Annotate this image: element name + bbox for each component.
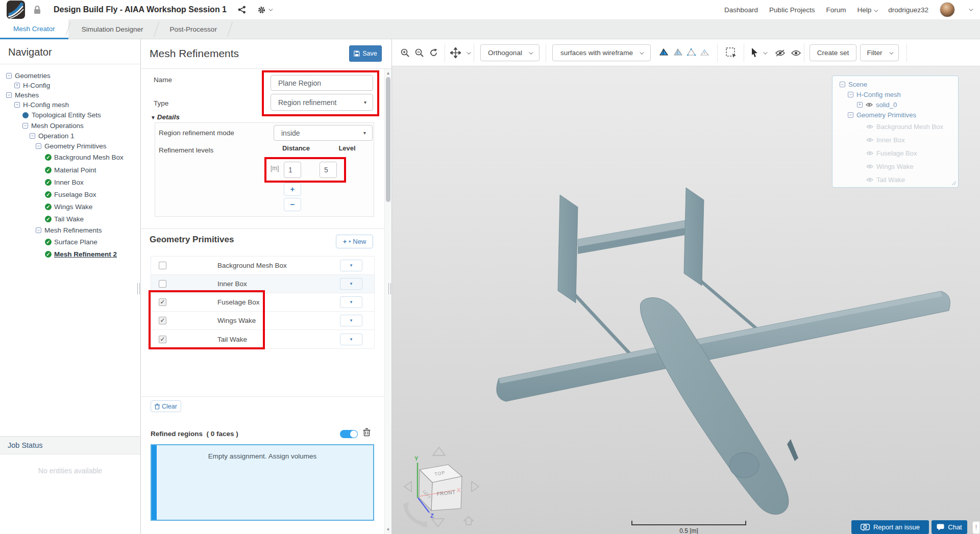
select-cursor-icon[interactable]	[751, 47, 758, 58]
tree-item-operation-1[interactable]: −Operation 1	[0, 131, 140, 141]
visibility-eye-icon[interactable]	[866, 138, 873, 142]
chevron-down-icon[interactable]	[969, 7, 973, 11]
cube-rotate-left-arrow[interactable]	[404, 481, 411, 492]
collapse-icon[interactable]: −	[840, 82, 845, 87]
tree-item-meshes[interactable]: −Meshes	[0, 90, 140, 100]
panel-resize-handle[interactable]	[388, 283, 391, 294]
zoom-out-icon[interactable]	[414, 48, 424, 58]
report-issue-button[interactable]: Report an issue	[851, 520, 929, 534]
nav-dashboard[interactable]: Dashboard	[724, 6, 758, 14]
aircraft-model[interactable]	[497, 188, 950, 515]
tab-post-processor[interactable]: Post-Processor	[157, 19, 230, 39]
avatar[interactable]	[940, 2, 955, 17]
row-dropdown[interactable]: ▾	[340, 315, 362, 326]
cube-rotate-up-arrow[interactable]	[433, 447, 445, 455]
save-button[interactable]: Save	[349, 45, 382, 62]
filter-dropdown[interactable]: Filter	[860, 44, 899, 61]
panel-resize-handle[interactable]	[137, 283, 140, 294]
cube-rotate-right-arrow[interactable]	[472, 481, 479, 492]
expand-icon[interactable]: +	[857, 102, 863, 108]
nav-help[interactable]: Help	[857, 6, 877, 14]
home-view-icon[interactable]	[464, 517, 473, 525]
nav-public-projects[interactable]: Public Projects	[769, 6, 815, 14]
collapse-icon[interactable]: −	[22, 123, 28, 129]
collapse-icon[interactable]: −	[848, 92, 853, 97]
chat-button[interactable]: Chat	[932, 520, 967, 534]
tree-item-h-config[interactable]: +H-Config	[0, 81, 140, 90]
visibility-eye-icon[interactable]	[866, 177, 873, 182]
clear-button[interactable]: Clear	[151, 400, 181, 412]
projection-dropdown[interactable]: Orthogonal	[480, 44, 540, 61]
reset-view-icon[interactable]	[429, 48, 438, 58]
navigation-cube[interactable]: X Y Z TOP LEFT FRONT	[398, 438, 485, 530]
create-set-button[interactable]: Create set	[810, 44, 856, 61]
scene-item-wings-wake[interactable]: Wings Wake	[832, 160, 958, 173]
row-dropdown[interactable]: ▾	[340, 296, 362, 308]
remove-level-button[interactable]: −	[284, 198, 301, 211]
collapse-icon[interactable]: −	[30, 133, 35, 139]
tree-item-h-config-mesh[interactable]: −H-Config mesh	[0, 100, 140, 110]
panel-scrollbar[interactable]: ▲ ▼	[384, 69, 391, 534]
tree-item-geometries[interactable]: −Geometries	[0, 71, 140, 81]
visibility-eye-icon[interactable]	[866, 164, 873, 169]
assignment-dropzone[interactable]: Empty assignment. Assign volumes	[151, 444, 374, 521]
region-mode-dropdown[interactable]: inside ▾	[274, 125, 373, 141]
new-primitive-button[interactable]: + ▾ New	[336, 235, 373, 248]
primitive-row-fuselage-box[interactable]: ✓ Fuselage Box ▾	[151, 293, 374, 312]
tree-item-material-point[interactable]: ✓Material Point	[0, 164, 140, 176]
tree-item-inner-box[interactable]: ✓Inner Box	[0, 176, 140, 188]
collapse-icon[interactable]: −	[6, 73, 12, 79]
tree-item-wings-wake[interactable]: ✓Wings Wake	[0, 200, 140, 213]
row-dropdown[interactable]: ▾	[340, 334, 362, 345]
box-select-icon[interactable]	[726, 47, 737, 59]
primitive-row-tail-wake[interactable]: ✓ Tail Wake ▾	[151, 330, 374, 348]
tree-item-fuselage-box[interactable]: ✓Fuselage Box	[0, 188, 140, 200]
tab-simulation-designer[interactable]: Simulation Designer	[68, 19, 157, 39]
expand-icon[interactable]: +	[14, 83, 20, 88]
scroll-up-icon[interactable]: ▲	[385, 71, 391, 75]
tree-item-geometry-primitives[interactable]: −Geometry Primitives	[0, 141, 140, 151]
checkbox-checked[interactable]: ✓	[159, 298, 166, 306]
collapse-icon[interactable]: −	[36, 143, 41, 149]
visibility-eye-icon[interactable]	[866, 151, 873, 156]
mesh-quality-points-icon[interactable]	[700, 48, 709, 57]
mesh-quality-surface-icon[interactable]	[674, 48, 683, 57]
tree-item-background-mesh-box[interactable]: ✓Background Mesh Box	[0, 151, 140, 164]
scene-item-background-mesh-box[interactable]: Background Mesh Box	[832, 120, 958, 133]
primitive-row-inner-box[interactable]: Inner Box ▾	[151, 275, 374, 293]
distance-input[interactable]	[284, 162, 301, 178]
cube-rotate-down-arrow[interactable]	[432, 519, 444, 527]
checkbox-unchecked[interactable]	[159, 280, 166, 288]
chevron-down-icon[interactable]	[763, 50, 767, 54]
scroll-down-icon[interactable]: ▼	[385, 527, 391, 532]
name-input[interactable]	[271, 75, 373, 91]
checkbox-unchecked[interactable]	[159, 262, 166, 269]
tree-item-mesh-operations[interactable]: −Mesh Operations	[0, 120, 140, 131]
mesh-quality-wireframe-icon[interactable]	[687, 48, 696, 57]
render-mode-dropdown[interactable]: surfaces with wireframe	[552, 44, 651, 61]
checkbox-checked[interactable]: ✓	[159, 317, 166, 324]
primitive-row-wings-wake[interactable]: ✓ Wings Wake ▾	[151, 312, 374, 330]
scene-item-scene[interactable]: −Scene	[832, 79, 958, 89]
collapse-icon[interactable]: −	[36, 227, 41, 233]
scene-item-tail-wake[interactable]: Tail Wake	[832, 173, 958, 186]
assignment-toggle[interactable]	[340, 430, 358, 438]
scene-item-geometry-primitives[interactable]: −Geometry Primitives	[832, 110, 958, 120]
show-all-icon[interactable]	[791, 49, 801, 57]
scene-item-solid-0[interactable]: +solid_0	[832, 99, 958, 110]
visibility-eye-icon[interactable]	[866, 103, 873, 107]
resize-handle-icon[interactable]	[951, 181, 957, 186]
tree-item-tail-wake[interactable]: ✓Tail Wake	[0, 213, 140, 225]
chevron-down-icon[interactable]	[467, 50, 471, 54]
share-icon[interactable]	[238, 6, 246, 14]
collapse-icon[interactable]: −	[6, 92, 12, 98]
scrollbar-thumb[interactable]	[386, 77, 390, 202]
hide-selection-icon[interactable]	[775, 49, 786, 57]
tree-item-topological-entity-sets[interactable]: Topological Entity Sets	[0, 110, 140, 120]
visibility-eye-icon[interactable]	[866, 124, 873, 129]
scene-item-h-config-mesh[interactable]: −H-Config mesh	[832, 89, 958, 99]
primitive-row-background-mesh-box[interactable]: Background Mesh Box ▾	[151, 257, 374, 275]
notification-badge[interactable]: !	[972, 521, 980, 534]
nav-forum[interactable]: Forum	[826, 6, 846, 14]
mesh-quality-solid-icon[interactable]	[659, 48, 669, 57]
